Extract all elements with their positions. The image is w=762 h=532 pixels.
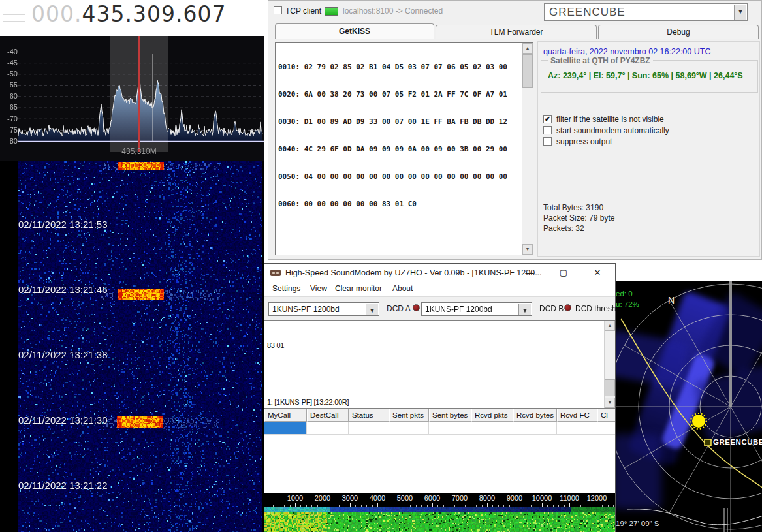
tracked-satellite-label: GREENCUBE [713, 438, 762, 446]
menu-settings[interactable]: Settings [272, 284, 300, 293]
screen: 000.435.309.607 -40 -45 -50 -55 -60 -65 … [0, 0, 762, 532]
minimize-button[interactable]: — [516, 264, 543, 282]
col-mycall[interactable]: MyCall [264, 409, 307, 422]
frequency-ruler: 1000 2000 3000 4000 5000 6000 7000 8000 … [264, 493, 615, 507]
soundmodem-waterfall[interactable] [264, 507, 615, 532]
table-row[interactable] [264, 422, 615, 435]
menu-view[interactable]: View [310, 284, 327, 293]
satellite-marker-icon [705, 439, 711, 446]
frequency-value[interactable]: 000.435.309.607 [31, 1, 226, 27]
col-status[interactable]: Status [349, 409, 389, 422]
ruler-ticks [264, 503, 615, 507]
menu-about[interactable]: About [392, 284, 413, 293]
waterfall-display[interactable]: 02/11/2022 13:21:53 02/11/2022 13:21:46 … [0, 161, 264, 532]
connections-table-header: MyCall DestCall Status Sent pkts Sent by… [264, 409, 615, 422]
maximize-button[interactable]: ▢ [550, 264, 577, 282]
waterfall-timestamp: 02/11/2022 13:21:53 [18, 219, 108, 230]
satellite-track [621, 319, 762, 488]
satellite-select-arrow[interactable]: ▼ [734, 5, 746, 20]
tuned-frequency-label: 435,310M [106, 147, 172, 156]
soundmodem-waterfall-canvas[interactable] [264, 507, 615, 532]
col-sent-bytes[interactable]: Sent bytes [429, 409, 471, 422]
db-label: -50 [2, 70, 18, 78]
menu-clear-monitor[interactable]: Clear monitor [335, 284, 382, 293]
soundmodem-window: High-Speed SoundModem by UZ7HO - Ver 0.0… [264, 263, 616, 532]
waterfall-timestamp: 02/11/2022 13:21:30 [18, 415, 108, 426]
packet-terminal[interactable]: 0010: 02 79 02 85 02 B1 04 D5 03 07 07 0… [275, 42, 533, 255]
db-label: -55 [2, 81, 18, 89]
waterfall-timestamp: 02/11/2022 13:21:38 [18, 349, 108, 360]
waterfall-canvas[interactable] [0, 161, 264, 532]
spectrum-display[interactable]: -40 -45 -50 -55 -60 -65 -70 -75 -80 435,… [0, 36, 264, 161]
satellite-select[interactable]: GREENCUBE ▼ [544, 3, 748, 21]
packet-size-stat: Packet Size: 79 byte [543, 213, 614, 223]
dcd-a-label: DCD A [387, 304, 411, 313]
modem-a-select[interactable]: 1KUNS-PF 1200bd ▼ [268, 302, 379, 316]
polar-plot [616, 281, 762, 532]
autostart-soundmodem-checkbox[interactable] [543, 126, 552, 134]
tab-debug[interactable]: Debug [598, 25, 759, 39]
terminal-scrollbar-thumb[interactable] [522, 54, 533, 88]
col-rcvd-pkts[interactable]: Rcvd pkts [471, 409, 513, 422]
col-rcvd-fc[interactable]: Rcvd FC [557, 409, 597, 422]
col-destcall[interactable]: DestCall [307, 409, 349, 422]
qth-groupbox-title: Satellite at QTH of PY4ZBZ [548, 56, 653, 65]
frequency-display[interactable]: 000.435.309.607 [0, 0, 264, 36]
monitor-scrollbar-thumb[interactable] [605, 379, 615, 396]
tab-getkiss[interactable]: GetKISS [275, 23, 434, 39]
db-label: -70 [2, 115, 18, 123]
tracker-stats: ed: 0 u: 72% [616, 289, 639, 309]
frequency-tuner-icon[interactable] [3, 9, 26, 26]
dcd-b-label: DCD B [539, 304, 564, 313]
db-label: -80 [2, 137, 18, 145]
db-label: -60 [2, 92, 18, 100]
close-button[interactable]: ✕ [584, 264, 611, 282]
qth-groupbox: Satellite at QTH of PY4ZBZ Az: 239,4° | … [541, 60, 758, 93]
scroll-down-icon[interactable]: ▼ [605, 398, 615, 408]
modem-b-select-arrow[interactable]: ▼ [518, 304, 531, 315]
close-icon: ✕ [594, 268, 601, 277]
col-clipped[interactable]: Cl [597, 409, 615, 422]
soundmodem-titlebar[interactable]: High-Speed SoundModem by UZ7HO - Ver 0.0… [264, 264, 615, 282]
frequency-prefix: 000. [31, 1, 82, 27]
chevron-down-icon: ▼ [370, 307, 375, 314]
db-label: -45 [2, 59, 18, 67]
sun-icon [692, 415, 705, 428]
db-label: -75 [2, 126, 18, 134]
minimize-icon: — [526, 268, 534, 277]
satellite-tracker-panel: ed: 0 u: 72% N GREENCUBE 19° 27' 09" S [616, 281, 762, 532]
maximize-icon: ▢ [560, 268, 567, 277]
scroll-down-icon[interactable]: ▼ [522, 244, 533, 255]
tab-divider [269, 39, 761, 39]
scroll-up-icon[interactable]: ▲ [605, 321, 615, 331]
azel-readout: Az: 239,4° | El: 59,7° | Sun: 65% | 58,6… [548, 71, 743, 80]
soundmodem-monitor[interactable]: 83 01 1: [1KUNS-PF] [13:22:00R] [priorit… [264, 320, 615, 409]
modem-a-select-arrow[interactable]: ▼ [366, 304, 378, 315]
suppress-output-checkbox[interactable] [543, 137, 552, 146]
soundmodem-menubar: Settings View Clear monitor About [264, 282, 615, 296]
tracker-gap [616, 260, 762, 281]
col-sent-pkts[interactable]: Sent pkts [389, 409, 429, 422]
db-label: -65 [2, 103, 18, 111]
tcp-client-label: TCP client [285, 7, 321, 16]
waterfall-timestamp: 02/11/2022 13:21:46 [18, 284, 108, 295]
satellite-select-value: GREENCUBE [549, 6, 626, 19]
soundmodem-monitor-text: 83 01 1: [1KUNS-PF] [13:22:00R] [priorit… [267, 322, 603, 407]
mycall-cell-selected[interactable] [264, 422, 307, 435]
col-rcvd-bytes[interactable]: Rcvd bytes [513, 409, 557, 422]
filter-visible-checkbox[interactable]: ✔ [543, 115, 552, 123]
dcd-b-led-icon [564, 304, 571, 311]
monitor-scrollbar[interactable]: ▲ ▼ [604, 321, 615, 408]
utc-date-line: quarta-feira, 2022 novembro 02 16:22:00 … [543, 47, 710, 56]
tab-tlm-forwarder[interactable]: TLM Forwarder [436, 25, 597, 39]
frequency-main: 435.309.607 [82, 1, 226, 27]
soundmodem-toolbar: 1KUNS-PF 1200bd ▼ DCD A 1KUNS-PF 1200bd … [264, 296, 615, 320]
chevron-down-icon: ▼ [738, 8, 744, 15]
tcp-client-checkbox[interactable] [274, 6, 282, 14]
soundmodem-title: High-Speed SoundModem by UZ7HO - Ver 0.0… [285, 268, 542, 277]
connections-table: MyCall DestCall Status Sent pkts Sent by… [264, 409, 615, 493]
scroll-up-icon[interactable]: ▲ [522, 43, 533, 54]
modem-b-select[interactable]: 1KUNS-PF 1200bd ▼ [421, 302, 532, 316]
terminal-scrollbar[interactable]: ▲ ▼ [522, 43, 533, 255]
satellite-info-panel: quarta-feira, 2022 novembro 02 16:22:00 … [537, 41, 760, 257]
